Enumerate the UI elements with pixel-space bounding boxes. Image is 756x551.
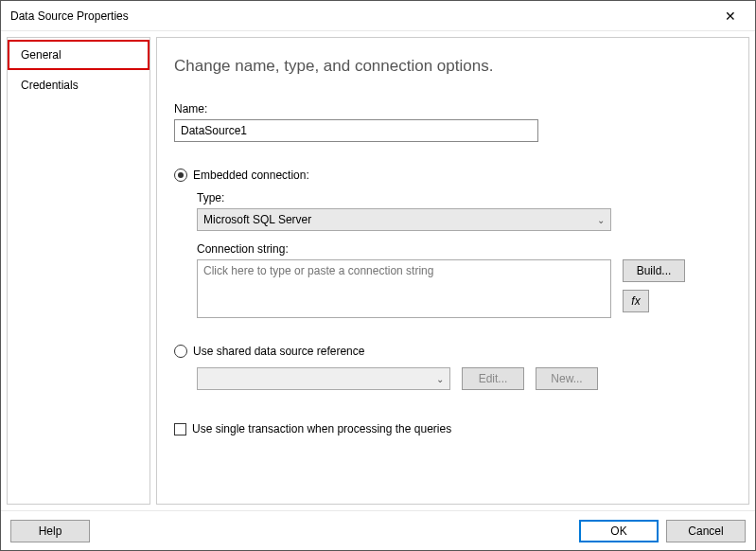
fx-button-label: fx bbox=[631, 294, 640, 308]
nav-item-label: General bbox=[21, 48, 62, 62]
conn-side-buttons: Build... fx bbox=[623, 259, 685, 312]
close-button[interactable]: ✕ bbox=[712, 3, 749, 29]
chevron-down-icon: ⌄ bbox=[436, 374, 444, 384]
shared-section: ⌄ Edit... New... bbox=[197, 367, 731, 390]
shared-radio-label: Use shared data source reference bbox=[193, 345, 364, 358]
embedded-radio-row[interactable]: Embedded connection: bbox=[174, 169, 731, 182]
edit-button: Edit... bbox=[462, 367, 524, 390]
help-button[interactable]: Help bbox=[10, 520, 90, 542]
page-heading: Change name, type, and connection option… bbox=[174, 57, 731, 76]
dialog-footer: Help OK Cancel bbox=[1, 510, 755, 550]
single-tx-label: Use single transaction when processing t… bbox=[192, 422, 451, 435]
type-label: Type: bbox=[197, 191, 731, 204]
new-button: New... bbox=[536, 367, 598, 390]
embedded-section: Type: Microsoft SQL Server ⌄ Connection … bbox=[197, 191, 731, 318]
type-select[interactable]: Microsoft SQL Server ⌄ bbox=[197, 208, 611, 231]
titlebar: Data Source Properties ✕ bbox=[1, 1, 755, 31]
new-button-label: New... bbox=[551, 372, 582, 385]
conn-string-label: Connection string: bbox=[197, 242, 731, 256]
content-panel: Change name, type, and connection option… bbox=[156, 37, 749, 505]
nav-item-general[interactable]: General bbox=[8, 40, 149, 70]
shared-select: ⌄ bbox=[197, 367, 450, 390]
dialog-body: General Credentials Change name, type, a… bbox=[1, 31, 755, 510]
edit-button-label: Edit... bbox=[479, 372, 508, 385]
build-button-label: Build... bbox=[637, 264, 672, 277]
ok-button[interactable]: OK bbox=[579, 520, 659, 542]
nav-panel: General Credentials bbox=[7, 37, 150, 505]
chevron-down-icon: ⌄ bbox=[597, 215, 605, 225]
cancel-button-label: Cancel bbox=[688, 524, 723, 538]
name-label: Name: bbox=[174, 102, 731, 116]
conn-string-row: Build... fx bbox=[197, 259, 731, 318]
cancel-button[interactable]: Cancel bbox=[666, 520, 746, 542]
fx-button[interactable]: fx bbox=[623, 290, 649, 312]
embedded-radio[interactable] bbox=[174, 169, 187, 182]
conn-string-input[interactable] bbox=[197, 259, 611, 318]
type-select-value: Microsoft SQL Server bbox=[203, 213, 311, 226]
nav-item-label: Credentials bbox=[21, 79, 79, 92]
nav-item-credentials[interactable]: Credentials bbox=[8, 70, 149, 100]
close-icon: ✕ bbox=[725, 9, 736, 24]
dialog-title: Data Source Properties bbox=[10, 9, 129, 23]
footer-right: OK Cancel bbox=[579, 520, 746, 542]
single-tx-checkbox[interactable] bbox=[174, 423, 186, 435]
help-button-label: Help bbox=[39, 524, 62, 538]
ok-button-label: OK bbox=[610, 524, 626, 538]
shared-radio-row[interactable]: Use shared data source reference bbox=[174, 345, 731, 358]
dialog-window: Data Source Properties ✕ General Credent… bbox=[0, 0, 756, 551]
embedded-radio-label: Embedded connection: bbox=[193, 169, 309, 182]
single-tx-row[interactable]: Use single transaction when processing t… bbox=[174, 422, 731, 435]
build-button[interactable]: Build... bbox=[623, 259, 685, 282]
name-input[interactable] bbox=[174, 119, 538, 142]
shared-radio[interactable] bbox=[174, 345, 187, 358]
